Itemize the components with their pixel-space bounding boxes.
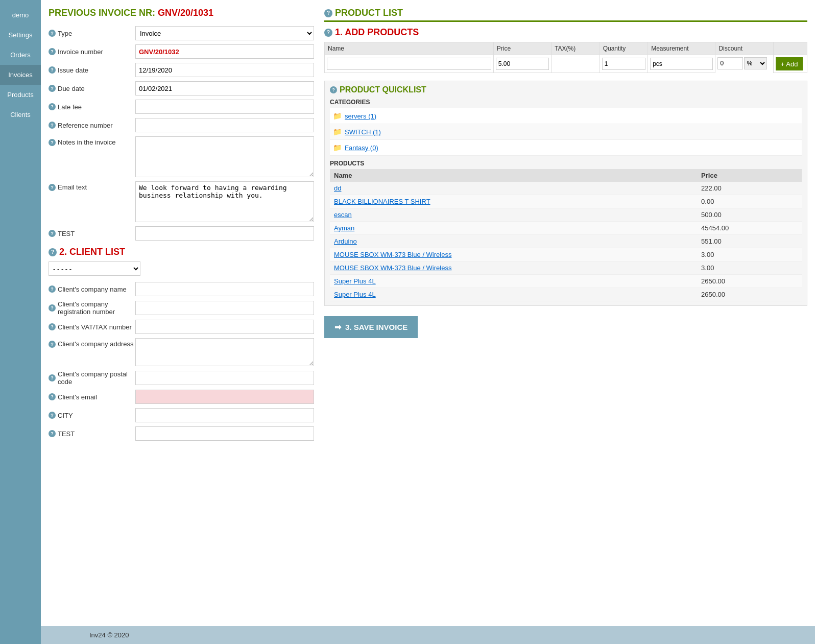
city-help-icon[interactable]: ? <box>49 412 56 419</box>
sidebar-item-orders[interactable]: Orders <box>0 45 41 65</box>
test2-input[interactable] <box>135 426 314 441</box>
invoice-number-help-icon[interactable]: ? <box>49 48 56 55</box>
col-price: Price <box>493 42 551 55</box>
client-list-dropdown-row: - - - - - <box>49 261 314 276</box>
table-row: dd222.00 <box>330 182 802 195</box>
category-link-1[interactable]: SWITCH (1) <box>345 128 381 136</box>
address-help-icon[interactable]: ? <box>49 341 56 348</box>
product-name-link[interactable]: MOUSE SBOX WM-373 Blue / Wireless <box>334 264 451 272</box>
product-price-input[interactable] <box>496 58 549 70</box>
product-name-link[interactable]: BLACK BILLIONAIRES T SHIRT <box>334 198 430 205</box>
category-link-0[interactable]: servers (1) <box>345 112 376 120</box>
sidebar-item-settings[interactable]: Settings <box>0 25 41 45</box>
type-help-icon[interactable]: ? <box>49 30 56 37</box>
product-name-link[interactable]: dd <box>334 184 341 192</box>
add-products-help-icon[interactable]: ? <box>324 29 332 37</box>
issue-date-label: ? Issue date <box>49 66 135 74</box>
issue-date-help-icon[interactable]: ? <box>49 66 56 74</box>
table-row: Ayman45454.00 <box>330 222 802 235</box>
company-name-help-icon[interactable]: ? <box>49 285 56 293</box>
sidebar-item-clients[interactable]: Clients <box>0 105 41 125</box>
product-name-link[interactable]: Ayman <box>334 224 354 232</box>
postal-code-label: ? Client's company postal code <box>49 370 135 386</box>
email-text-row: ? Email text We look forward to having a… <box>49 181 314 222</box>
client-list-help-icon[interactable]: ? <box>49 248 57 256</box>
client-list-select[interactable]: - - - - - <box>49 261 140 276</box>
email-text-help-icon[interactable]: ? <box>49 184 56 191</box>
product-name-link[interactable]: Super Plus 4L <box>334 291 376 298</box>
late-fee-help-icon[interactable]: ? <box>49 103 56 110</box>
table-row: Super Plus 4L2650.00 <box>330 288 802 301</box>
vat-label: ? Client's VAT/TAX number <box>49 323 135 331</box>
test-label: ? TEST <box>49 230 135 237</box>
save-invoice-button[interactable]: ➡ 3. SAVE INVOICE <box>324 316 418 338</box>
category-row-2: 📁 Fantasy (0) <box>330 140 802 156</box>
product-price-cell: 551.00 <box>697 235 802 248</box>
email-text-textarea[interactable]: We look forward to having a rewarding bu… <box>135 181 314 222</box>
notes-help-icon[interactable]: ? <box>49 139 56 146</box>
invoice-number-input[interactable] <box>135 44 314 59</box>
invoice-number-row: ? Invoice number <box>49 44 314 59</box>
products-col-price: Price <box>697 169 802 182</box>
sidebar-item-products[interactable]: Products <box>0 85 41 105</box>
product-list-header: ? PRODUCT LIST <box>324 8 807 18</box>
postal-code-help-icon[interactable]: ? <box>49 374 56 381</box>
company-reg-help-icon[interactable]: ? <box>49 304 56 312</box>
product-list-help-icon[interactable]: ? <box>324 9 332 17</box>
sidebar-item-invoices[interactable]: Invoices <box>0 65 41 85</box>
add-product-button[interactable]: + Add <box>776 57 803 70</box>
reference-number-help-icon[interactable]: ? <box>49 122 56 129</box>
notes-row: ? Notes in the invoice <box>49 136 314 177</box>
product-quicklist: ? PRODUCT QUICKLIST CATEGORIES 📁 servers… <box>324 81 807 306</box>
quicklist-help-icon[interactable]: ? <box>330 86 337 93</box>
col-tax: TAX(%) <box>552 42 600 55</box>
company-name-input[interactable] <box>135 282 314 296</box>
city-row: ? CITY <box>49 408 314 422</box>
product-name-input[interactable] <box>327 58 491 70</box>
email-text-label: ? Email text <box>49 181 135 191</box>
vat-help-icon[interactable]: ? <box>49 323 56 330</box>
due-date-row: ? Due date <box>49 81 314 96</box>
sidebar-item-demo[interactable]: demo <box>0 5 41 25</box>
table-row: MOUSE SBOX WM-373 Blue / Wireless3.00 <box>330 261 802 275</box>
client-email-label: ? Client's email <box>49 393 135 401</box>
product-name-link[interactable]: escan <box>334 211 352 219</box>
product-discount-unit-select[interactable]: % flat <box>744 57 767 69</box>
product-name-link[interactable]: Arduino <box>334 237 357 245</box>
address-textarea[interactable] <box>135 338 314 366</box>
test2-help-icon[interactable]: ? <box>49 430 56 437</box>
company-name-label: ? Client's company name <box>49 285 135 293</box>
company-reg-label: ? Client's company registration number <box>49 300 135 316</box>
test-input[interactable] <box>135 226 314 241</box>
issue-date-input[interactable] <box>135 63 314 77</box>
reference-number-input[interactable] <box>135 118 314 132</box>
due-date-input[interactable] <box>135 81 314 96</box>
footer: Inv24 © 2020 <box>41 626 815 644</box>
product-name-link[interactable]: Super Plus 4L <box>334 277 376 285</box>
late-fee-input[interactable] <box>135 100 314 114</box>
type-select[interactable]: Invoice Quote Receipt <box>135 26 314 40</box>
folder-icon-1: 📁 <box>333 128 342 136</box>
add-product-form: Name Price TAX(%) Quantity Measurement D… <box>324 42 807 73</box>
products-table: Name Price dd222.00BLACK BILLIONAIRES T … <box>330 169 802 301</box>
postal-code-input[interactable] <box>135 371 314 385</box>
notes-textarea[interactable] <box>135 136 314 177</box>
product-quantity-input[interactable] <box>602 58 646 70</box>
test2-label: ? TEST <box>49 430 135 438</box>
client-email-help-icon[interactable]: ? <box>49 393 56 400</box>
city-input[interactable] <box>135 408 314 422</box>
category-link-2[interactable]: Fantasy (0) <box>345 144 378 152</box>
table-row: Arduino551.00 <box>330 235 802 248</box>
product-name-link[interactable]: MOUSE SBOX WM-373 Blue / Wireless <box>334 251 451 258</box>
reference-number-label: ? Reference number <box>49 122 135 129</box>
test-help-icon[interactable]: ? <box>49 230 56 237</box>
product-measurement-input[interactable] <box>650 58 713 70</box>
product-discount-input[interactable] <box>717 57 743 69</box>
vat-input[interactable] <box>135 320 314 334</box>
category-row-1: 📁 SWITCH (1) <box>330 124 802 140</box>
client-email-input[interactable] <box>135 390 314 404</box>
col-name: Name <box>325 42 494 55</box>
due-date-help-icon[interactable]: ? <box>49 85 56 92</box>
right-panel: ? PRODUCT LIST ? 1. ADD PRODUCTS Name Pr… <box>324 8 807 618</box>
company-reg-input[interactable] <box>135 301 314 315</box>
